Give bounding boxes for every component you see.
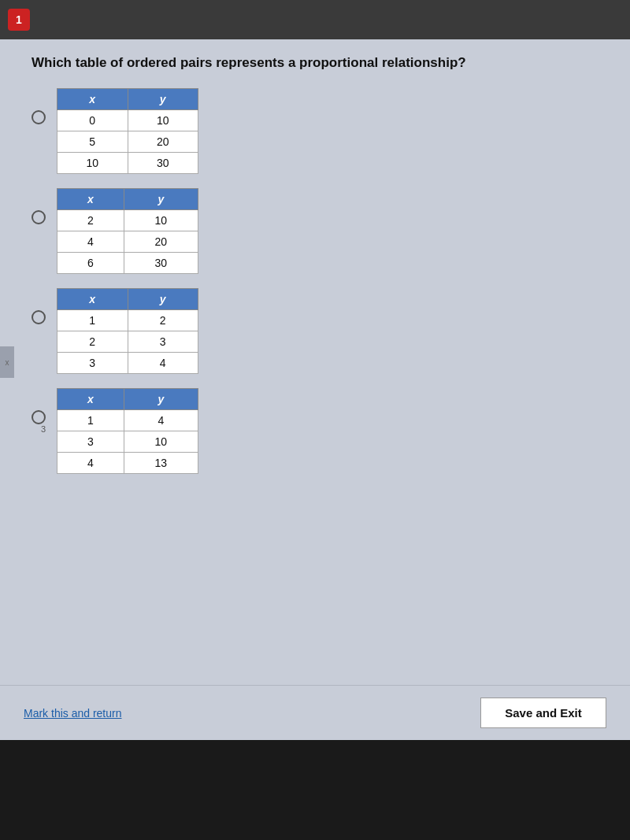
col-header-x-1: x — [57, 89, 128, 110]
table-row: 3 4 — [57, 353, 198, 374]
option-4-label: 3 — [41, 424, 46, 434]
cell: 0 — [57, 110, 128, 131]
radio-option-2[interactable] — [32, 210, 46, 224]
table-row: 4 13 — [57, 453, 198, 474]
table-row: 2 10 — [57, 210, 198, 231]
table-row: 1 2 — [57, 310, 198, 331]
option-table-4: x y 1 4 3 10 4 13 — [57, 388, 198, 474]
mark-return-link[interactable]: Mark this and return — [24, 707, 122, 720]
cell: 3 — [57, 353, 128, 374]
table-row: 10 30 — [57, 153, 198, 174]
save-exit-button[interactable]: Save and Exit — [480, 698, 606, 728]
cell: 20 — [128, 131, 198, 153]
bottom-bar: Mark this and return Save and Exit — [0, 685, 630, 740]
content-area: x Which table of ordered pairs represent… — [0, 39, 630, 685]
col-header-y-1: y — [128, 89, 198, 110]
table-row: 0 10 — [57, 110, 198, 131]
cell: 20 — [124, 231, 198, 253]
table-row: 6 30 — [57, 253, 198, 274]
radio-option-3[interactable] — [32, 310, 46, 324]
col-header-x-3: x — [57, 289, 128, 310]
left-marker: x — [0, 346, 14, 378]
col-header-y-3: y — [128, 289, 198, 310]
top-bar: 1 — [0, 0, 630, 39]
question-text: Which table of ordered pairs represents … — [32, 55, 606, 71]
option-row-1: x y 0 10 5 20 10 30 — [32, 88, 606, 174]
bottom-area: D ELL — [0, 740, 630, 840]
radio-label-group-4: 3 — [32, 410, 46, 434]
cell: 10 — [128, 110, 198, 131]
cell: 30 — [124, 253, 198, 274]
cell: 4 — [57, 231, 124, 253]
option-table-3: x y 1 2 2 3 3 4 — [57, 288, 198, 374]
option-table-1: x y 0 10 5 20 10 30 — [57, 88, 198, 174]
cell: 3 — [57, 431, 124, 453]
cell: 2 — [57, 331, 128, 353]
option-table-2: x y 2 10 4 20 6 30 — [57, 188, 198, 274]
cell: 4 — [57, 453, 124, 474]
cell: 10 — [124, 431, 198, 453]
cell: 10 — [124, 210, 198, 231]
cell: 5 — [57, 131, 128, 153]
cell: 4 — [128, 353, 198, 374]
col-header-x-4: x — [57, 389, 124, 410]
cell: 2 — [128, 310, 198, 331]
cell: 13 — [124, 453, 198, 474]
cell: 2 — [57, 210, 124, 231]
question-number-badge: 1 — [8, 9, 30, 31]
col-header-y-2: y — [124, 189, 198, 210]
table-row: 3 10 — [57, 431, 198, 453]
radio-option-1[interactable] — [32, 110, 46, 124]
cell: 1 — [57, 310, 128, 331]
cell: 4 — [124, 410, 198, 431]
option-row-3: x y 1 2 2 3 3 4 — [32, 288, 606, 374]
col-header-x-2: x — [57, 189, 124, 210]
table-row: 5 20 — [57, 131, 198, 153]
question-number: 1 — [16, 13, 22, 26]
cell: 1 — [57, 410, 124, 431]
table-row: 1 4 — [57, 410, 198, 431]
option-row-2: x y 2 10 4 20 6 30 — [32, 188, 606, 274]
option-row-4: 3 x y 1 4 3 10 — [32, 388, 606, 474]
cell: 10 — [57, 153, 128, 174]
cell: 3 — [128, 331, 198, 353]
table-row: 2 3 — [57, 331, 198, 353]
options-container: x y 0 10 5 20 10 30 — [32, 88, 606, 474]
radio-option-4[interactable] — [32, 410, 46, 424]
col-header-y-4: y — [124, 389, 198, 410]
cell: 30 — [128, 153, 198, 174]
cell: 6 — [57, 253, 124, 274]
table-row: 4 20 — [57, 231, 198, 253]
